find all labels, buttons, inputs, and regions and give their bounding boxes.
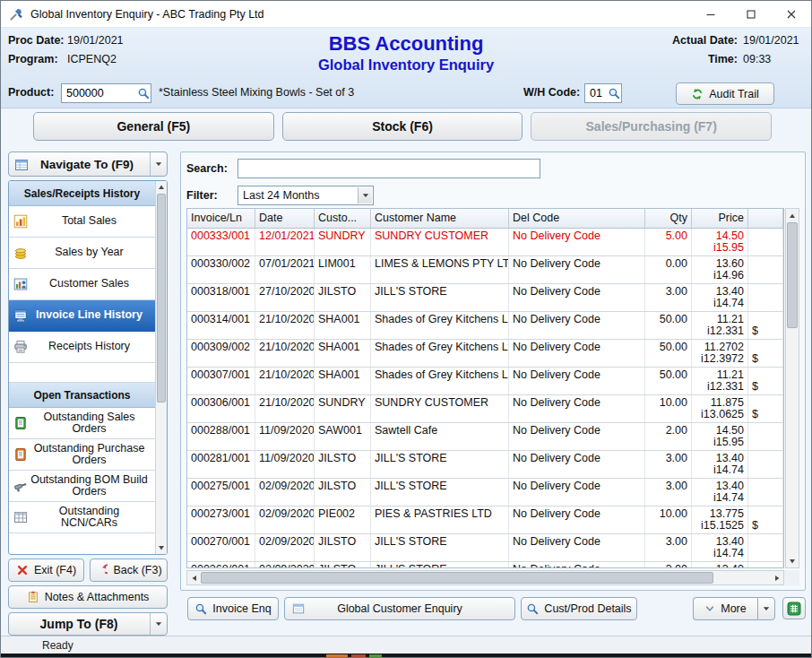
invoice-row-000270-001[interactable]: 000270/00102/09/2020JILSTOJILL'S STORENo…	[187, 534, 783, 562]
invoice-row-000281-001[interactable]: 000281/00111/09/2020JILSTOJILL'S STORENo…	[187, 451, 783, 479]
column-header-date[interactable]: Date	[255, 209, 315, 228]
invoice-row-000307-001[interactable]: 000307/00121/10/2020SHA001Shades of Grey…	[187, 368, 783, 395]
exit-button[interactable]: Exit (F4)	[8, 558, 84, 582]
sidebar-item-outstanding-sales-orders[interactable]: Outstanding Sales Orders	[9, 408, 155, 439]
wh-code-label: W/H Code:	[523, 86, 580, 99]
cell-date: 02/09/2020	[255, 479, 315, 506]
header-left: Proc Date: 19/01/2021 Program: ICPENQ2	[8, 34, 124, 72]
sidebar-scroll-down[interactable]	[156, 541, 167, 554]
invoice-row-000309-002[interactable]: 000309/00221/10/2020SHA001Shades of Grey…	[187, 340, 783, 368]
sidebar-scrollbar[interactable]	[155, 181, 167, 554]
invoice-row-000275-001[interactable]: 000275/00102/09/2020JILSTOJILL'S STORENo…	[187, 479, 783, 506]
invoice-row-000330-002[interactable]: 000330/00207/01/2021LIM001LIMES & LEMONS…	[187, 256, 783, 284]
sidebar-item-invoice-line-history[interactable]: Invoice Line History	[9, 300, 155, 332]
wh-code-input-wrap	[584, 83, 622, 103]
cell-del-code: No Delivery Code	[509, 395, 645, 422]
column-header-price[interactable]: Price	[692, 209, 748, 228]
cell-customer-code: JILSTO	[315, 534, 371, 561]
filter-select-arrow[interactable]	[358, 187, 372, 203]
global-customer-enquiry-button[interactable]: Global Customer Enquiry	[284, 597, 515, 620]
column-header-del-code[interactable]: Del Code	[509, 209, 645, 228]
cell-sales-value	[748, 534, 783, 561]
minimize-button[interactable]	[690, 1, 730, 27]
column-header-invoice-ln[interactable]: Invoice/Ln	[187, 209, 255, 228]
sidebar-scroll-thumb[interactable]	[157, 194, 166, 403]
invoice-row-000273-001[interactable]: 000273/00102/09/2020PIE002PIES & PASTRIE…	[187, 506, 783, 534]
jump-dropdown-button[interactable]	[150, 613, 167, 635]
cell-qty: 0.00	[645, 256, 692, 283]
cell-customer-name: JILL'S STORE	[371, 451, 509, 478]
cell-qty: 3.00	[645, 284, 692, 311]
table-scroll-right[interactable]	[770, 571, 783, 584]
column-header-qty[interactable]: Qty	[645, 209, 692, 228]
cell-del-code: No Delivery Code	[509, 562, 645, 567]
product-search-icon[interactable]	[137, 87, 150, 100]
table-scroll-up[interactable]	[786, 209, 799, 222]
cell-date: 07/01/2021	[255, 256, 315, 283]
sidebar-item-sales-by-year[interactable]: Sales by Year	[9, 238, 155, 269]
exit-icon	[16, 564, 29, 576]
sidebar-item-outstanding-purchase-orders[interactable]: Outstanding Purchase Orders	[9, 439, 155, 471]
column-header-customer-name[interactable]: Customer Name	[371, 209, 509, 228]
cell-del-code: No Delivery Code	[509, 506, 645, 533]
arrow-up-icon	[158, 184, 165, 191]
sidebar-item-label: Outstanding Purchase Orders	[30, 443, 148, 467]
receipts-history-icon	[13, 340, 28, 354]
invoice-row-000314-001[interactable]: 000314/00121/10/2020SHA001Shades of Grey…	[187, 312, 783, 340]
wh-code-search-icon[interactable]	[608, 87, 620, 100]
invoice-row-000268-001[interactable]: 000268/00102/09/2020JILSTOJILL'S STORENo…	[187, 562, 783, 567]
table-zone: Invoice/LnDateCusto...Customer NameDel C…	[186, 208, 799, 568]
table-vertical-scrollbar[interactable]	[785, 208, 799, 568]
arrow-left-icon	[191, 575, 198, 582]
invoice-enq-button[interactable]: Invoice Enq	[187, 597, 279, 620]
invoice-row-000306-001[interactable]: 000306/00121/10/2020SUNDRYSUNDRY CUSTOME…	[187, 395, 783, 423]
audit-trail-label: Audit Trail	[709, 88, 759, 100]
table-horizontal-scrollbar[interactable]	[186, 570, 784, 585]
notes-attachments-button[interactable]: Notes & Attachments	[8, 585, 168, 609]
cell-customer-name: LIMES & LEMONS PTY LTD	[371, 256, 509, 283]
tab-stock-f6[interactable]: Stock (F6)	[282, 112, 523, 141]
sidebar-item-outstanding-bom-build-orders[interactable]: Outstanding BOM Build Orders	[9, 471, 155, 502]
cell-price: 11.875i13.0625	[692, 395, 748, 422]
filter-select[interactable]: Last 24 Months	[238, 186, 374, 205]
table-hscroll-thumb[interactable]	[201, 572, 713, 584]
maximize-button[interactable]	[730, 1, 771, 27]
cell-customer-code: SHA001	[315, 340, 371, 367]
outstanding-purchase-orders-icon	[13, 447, 28, 462]
audit-trail-button[interactable]: Audit Trail	[676, 82, 774, 105]
export-excel-button[interactable]	[782, 597, 806, 619]
sidebar-item-label: Sales by Year	[55, 247, 123, 259]
tab-general-f5[interactable]: General (F5)	[33, 112, 274, 141]
table-scroll-down[interactable]	[786, 554, 799, 567]
sidebar-item-outstanding-ncn-cars[interactable]: Outstanding NCN/CARs	[9, 502, 155, 533]
arrow-up-icon	[789, 212, 796, 220]
sidebar-item-customer-sales[interactable]: Customer Sales	[9, 269, 155, 300]
back-button[interactable]: Back (F3)	[90, 558, 168, 582]
cell-price: 14.50i15.95	[692, 229, 748, 255]
navigate-dropdown-button[interactable]	[150, 152, 167, 176]
cell-sales-value: $	[748, 368, 783, 394]
invoice-row-000288-001[interactable]: 000288/00111/09/2020SAW001Sawtell CafeNo…	[187, 423, 783, 451]
title-bar[interactable]: Global Inventory Enquiry - ABC Trading P…	[1, 1, 811, 28]
more-button[interactable]: More	[693, 597, 757, 620]
cust-prod-details-button[interactable]: Cust/Prod Details	[521, 597, 637, 620]
cell-del-code: No Delivery Code	[509, 451, 645, 478]
proc-date-value: 19/01/2021	[67, 34, 124, 47]
cell-customer-name: JILL'S STORE	[371, 534, 509, 561]
jump-to-button[interactable]: Jump To (F8)	[8, 612, 168, 636]
close-button[interactable]	[771, 1, 811, 27]
sidebar-scroll-up[interactable]	[156, 181, 167, 194]
more-dropdown-button[interactable]	[757, 597, 775, 620]
table-vscroll-thumb[interactable]	[787, 222, 798, 328]
table-scroll-left[interactable]	[187, 571, 201, 584]
sidebar-item-total-sales[interactable]: Total Sales	[9, 206, 155, 238]
invoice-row-000318-001[interactable]: 000318/00127/10/2020JILSTOJILL'S STORENo…	[187, 284, 783, 312]
search-input[interactable]	[238, 159, 540, 178]
invoice-row-000333-001[interactable]: 000333/00112/01/2021SUNDRYSUNDRY CUSTOME…	[187, 229, 783, 256]
navigate-to-button[interactable]: Navigate To (F9)	[8, 152, 168, 177]
more-button-group: More	[693, 597, 775, 620]
cell-qty: 50.00	[645, 340, 692, 367]
column-header-custo[interactable]: Custo...	[315, 209, 371, 228]
column-header-blank[interactable]	[748, 209, 783, 228]
sidebar-item-receipts-history[interactable]: Receipts History	[9, 332, 155, 363]
